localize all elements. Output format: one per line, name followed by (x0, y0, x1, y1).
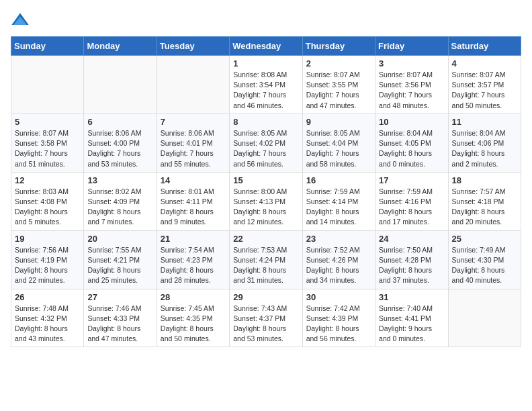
day-info: Sunrise: 7:49 AM Sunset: 4:30 PM Dayligh… (452, 245, 517, 286)
day-header-sunday: Sunday (11, 37, 84, 56)
day-info: Sunrise: 8:03 AM Sunset: 4:08 PM Dayligh… (15, 187, 80, 228)
day-number: 1 (233, 58, 298, 68)
calendar-cell: 29Sunrise: 7:43 AM Sunset: 4:37 PM Dayli… (230, 289, 302, 347)
day-number: 3 (379, 58, 444, 68)
logo-icon (11, 11, 30, 30)
day-info: Sunrise: 8:01 AM Sunset: 4:11 PM Dayligh… (161, 187, 226, 228)
day-info: Sunrise: 8:05 AM Sunset: 4:02 PM Dayligh… (233, 128, 298, 169)
calendar-week-1: 1Sunrise: 8:08 AM Sunset: 3:54 PM Daylig… (11, 56, 521, 114)
day-info: Sunrise: 7:52 AM Sunset: 4:26 PM Dayligh… (306, 245, 371, 286)
day-number: 11 (452, 117, 517, 127)
calendar-cell (84, 56, 157, 114)
calendar-cell: 2Sunrise: 8:07 AM Sunset: 3:55 PM Daylig… (302, 56, 375, 114)
day-info: Sunrise: 8:07 AM Sunset: 3:56 PM Dayligh… (379, 70, 444, 111)
day-header-thursday: Thursday (302, 37, 375, 56)
day-number: 29 (233, 292, 298, 302)
calendar-header-row: SundayMondayTuesdayWednesdayThursdayFrid… (11, 37, 521, 56)
day-info: Sunrise: 8:07 AM Sunset: 3:58 PM Dayligh… (15, 128, 80, 169)
calendar-cell: 23Sunrise: 7:52 AM Sunset: 4:26 PM Dayli… (302, 230, 375, 289)
day-info: Sunrise: 7:59 AM Sunset: 4:16 PM Dayligh… (379, 187, 444, 228)
day-info: Sunrise: 8:06 AM Sunset: 4:01 PM Dayligh… (161, 128, 226, 169)
calendar-cell: 15Sunrise: 8:00 AM Sunset: 4:13 PM Dayli… (230, 172, 302, 230)
calendar-week-5: 26Sunrise: 7:48 AM Sunset: 4:32 PM Dayli… (11, 289, 521, 347)
page-header (11, 11, 521, 30)
day-info: Sunrise: 7:59 AM Sunset: 4:14 PM Dayligh… (306, 187, 371, 228)
calendar-cell (157, 56, 229, 114)
day-number: 23 (306, 234, 371, 244)
day-number: 17 (379, 175, 444, 185)
day-info: Sunrise: 7:42 AM Sunset: 4:39 PM Dayligh… (306, 304, 371, 345)
day-info: Sunrise: 8:00 AM Sunset: 4:13 PM Dayligh… (233, 187, 298, 228)
calendar-cell (11, 56, 84, 114)
calendar-cell: 17Sunrise: 7:59 AM Sunset: 4:16 PM Dayli… (375, 172, 448, 230)
day-number: 31 (379, 292, 444, 302)
day-header-wednesday: Wednesday (230, 37, 302, 56)
calendar-cell: 4Sunrise: 8:07 AM Sunset: 3:57 PM Daylig… (448, 56, 521, 114)
day-number: 21 (161, 234, 226, 244)
day-info: Sunrise: 8:05 AM Sunset: 4:04 PM Dayligh… (306, 128, 371, 169)
day-number: 16 (306, 175, 371, 185)
day-info: Sunrise: 8:06 AM Sunset: 4:00 PM Dayligh… (87, 128, 152, 169)
calendar-cell: 1Sunrise: 8:08 AM Sunset: 3:54 PM Daylig… (230, 56, 302, 114)
day-info: Sunrise: 7:46 AM Sunset: 4:33 PM Dayligh… (87, 304, 152, 345)
calendar-cell (448, 289, 521, 347)
calendar-cell: 27Sunrise: 7:46 AM Sunset: 4:33 PM Dayli… (84, 289, 157, 347)
calendar-cell: 21Sunrise: 7:54 AM Sunset: 4:23 PM Dayli… (157, 230, 229, 289)
day-number: 9 (306, 117, 371, 127)
calendar-cell: 14Sunrise: 8:01 AM Sunset: 4:11 PM Dayli… (157, 172, 229, 230)
calendar-cell: 16Sunrise: 7:59 AM Sunset: 4:14 PM Dayli… (302, 172, 375, 230)
calendar-cell: 11Sunrise: 8:04 AM Sunset: 4:06 PM Dayli… (448, 113, 521, 172)
day-number: 18 (452, 175, 517, 185)
calendar-cell: 26Sunrise: 7:48 AM Sunset: 4:32 PM Dayli… (11, 289, 84, 347)
day-header-friday: Friday (375, 37, 448, 56)
day-number: 30 (306, 292, 371, 302)
calendar-table: SundayMondayTuesdayWednesdayThursdayFrid… (11, 36, 521, 347)
day-number: 26 (15, 292, 80, 302)
calendar-week-4: 19Sunrise: 7:56 AM Sunset: 4:19 PM Dayli… (11, 230, 521, 289)
day-number: 20 (87, 234, 152, 244)
day-number: 5 (15, 117, 80, 127)
day-info: Sunrise: 8:04 AM Sunset: 4:06 PM Dayligh… (452, 128, 517, 169)
day-info: Sunrise: 7:40 AM Sunset: 4:41 PM Dayligh… (379, 304, 444, 345)
day-info: Sunrise: 8:07 AM Sunset: 3:57 PM Dayligh… (452, 70, 517, 111)
day-info: Sunrise: 8:07 AM Sunset: 3:55 PM Dayligh… (306, 70, 371, 111)
day-header-tuesday: Tuesday (157, 37, 229, 56)
calendar-cell: 9Sunrise: 8:05 AM Sunset: 4:04 PM Daylig… (302, 113, 375, 172)
day-header-saturday: Saturday (448, 37, 521, 56)
calendar-cell: 19Sunrise: 7:56 AM Sunset: 4:19 PM Dayli… (11, 230, 84, 289)
calendar-cell: 28Sunrise: 7:45 AM Sunset: 4:35 PM Dayli… (157, 289, 229, 347)
day-number: 28 (161, 292, 226, 302)
day-number: 10 (379, 117, 444, 127)
day-number: 15 (233, 175, 298, 185)
calendar-cell: 6Sunrise: 8:06 AM Sunset: 4:00 PM Daylig… (84, 113, 157, 172)
logo (11, 11, 32, 30)
day-number: 25 (452, 234, 517, 244)
day-number: 27 (87, 292, 152, 302)
calendar-week-3: 12Sunrise: 8:03 AM Sunset: 4:08 PM Dayli… (11, 172, 521, 230)
day-number: 22 (233, 234, 298, 244)
day-number: 4 (452, 58, 517, 68)
day-info: Sunrise: 7:55 AM Sunset: 4:21 PM Dayligh… (87, 245, 152, 286)
calendar-week-2: 5Sunrise: 8:07 AM Sunset: 3:58 PM Daylig… (11, 113, 521, 172)
calendar-cell: 25Sunrise: 7:49 AM Sunset: 4:30 PM Dayli… (448, 230, 521, 289)
day-info: Sunrise: 7:50 AM Sunset: 4:28 PM Dayligh… (379, 245, 444, 286)
calendar-cell: 22Sunrise: 7:53 AM Sunset: 4:24 PM Dayli… (230, 230, 302, 289)
day-header-monday: Monday (84, 37, 157, 56)
day-number: 7 (161, 117, 226, 127)
day-number: 14 (161, 175, 226, 185)
day-info: Sunrise: 8:08 AM Sunset: 3:54 PM Dayligh… (233, 70, 298, 111)
day-info: Sunrise: 7:57 AM Sunset: 4:18 PM Dayligh… (452, 187, 517, 228)
day-number: 24 (379, 234, 444, 244)
calendar-cell: 31Sunrise: 7:40 AM Sunset: 4:41 PM Dayli… (375, 289, 448, 347)
calendar-cell: 20Sunrise: 7:55 AM Sunset: 4:21 PM Dayli… (84, 230, 157, 289)
calendar-cell: 10Sunrise: 8:04 AM Sunset: 4:05 PM Dayli… (375, 113, 448, 172)
day-number: 8 (233, 117, 298, 127)
day-info: Sunrise: 7:56 AM Sunset: 4:19 PM Dayligh… (15, 245, 80, 286)
day-info: Sunrise: 8:04 AM Sunset: 4:05 PM Dayligh… (379, 128, 444, 169)
calendar-cell: 5Sunrise: 8:07 AM Sunset: 3:58 PM Daylig… (11, 113, 84, 172)
calendar-cell: 30Sunrise: 7:42 AM Sunset: 4:39 PM Dayli… (302, 289, 375, 347)
day-info: Sunrise: 7:45 AM Sunset: 4:35 PM Dayligh… (161, 304, 226, 345)
calendar-cell: 3Sunrise: 8:07 AM Sunset: 3:56 PM Daylig… (375, 56, 448, 114)
day-number: 19 (15, 234, 80, 244)
calendar-cell: 7Sunrise: 8:06 AM Sunset: 4:01 PM Daylig… (157, 113, 229, 172)
